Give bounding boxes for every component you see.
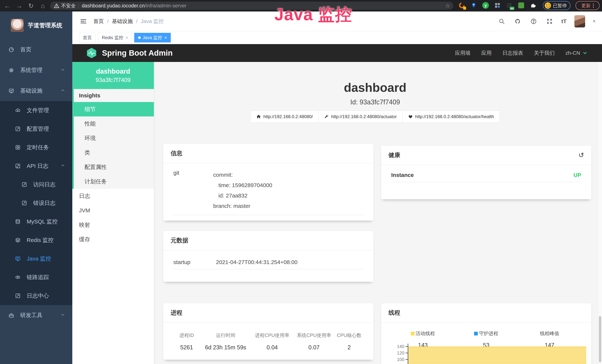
instance-header[interactable]: dashboard 93a3fc7f7409 (72, 62, 154, 89)
sba-menu-details[interactable]: 细节 (74, 102, 154, 117)
fullscreen-icon[interactable] (546, 17, 554, 25)
sba-menu-classes[interactable]: 类 (74, 145, 154, 160)
val-uptime: 6d 23h 15m 59s (200, 344, 251, 351)
tag-java-monitor[interactable]: Java 监控 × (134, 33, 171, 43)
health-url-button[interactable]: http://192.168.0.2:48080/actuator/health (402, 110, 500, 123)
scrollbar-thumb[interactable] (599, 316, 601, 362)
edit-icon (15, 126, 21, 132)
sba-menu-scheduled-tasks[interactable]: 计划任务 (74, 174, 154, 189)
sba-menu-metrics[interactable]: 性能 (74, 117, 154, 131)
extension-icon-list-on[interactable]: on (505, 1, 513, 9)
sidebar-item-log-center[interactable]: 日志中心 (0, 287, 72, 305)
val-process-cpu: 0.04 (251, 344, 293, 351)
sba-menu-environment[interactable]: 环境 (74, 131, 154, 145)
close-icon[interactable]: × (126, 35, 128, 40)
process-card: 进程 进程ID5261 运行时间6d 23h 15m 59s 进程CPU使用率0… (163, 303, 374, 360)
sidebar-item-home[interactable]: 首页 (0, 39, 72, 60)
sba-menu-jvm[interactable]: JVM (72, 203, 154, 218)
tag-home[interactable]: 首页 (79, 33, 96, 43)
breadcrumb-home[interactable]: 首页 (93, 18, 104, 25)
on-badge: on (510, 7, 514, 10)
extension-icon-y[interactable]: y (482, 1, 489, 9)
extensions-row: y on (458, 1, 537, 9)
layers-icon (15, 237, 21, 243)
legend-peak-threads: 线程峰值 (540, 330, 559, 337)
browser-home-button[interactable]: ⌂ (38, 1, 47, 11)
col-system-cpu: 系统CPU使用率 (293, 332, 335, 339)
sidebar-item-infra[interactable]: 基础设施 (0, 80, 72, 101)
sidebar-item-api-log[interactable]: API 日志 (0, 157, 72, 175)
legend-daemon-threads: 守护进程 (474, 330, 498, 337)
bookmark-star-icon[interactable]: ☆ (445, 2, 450, 9)
status-badge: UP (573, 172, 581, 178)
page-scrollbar[interactable] (598, 62, 602, 364)
kebab-menu-icon (593, 3, 594, 8)
extension-icon-green[interactable] (517, 1, 525, 9)
browser-forward-button[interactable]: → (14, 1, 24, 11)
close-icon[interactable]: × (164, 35, 167, 40)
sidebar-item-file-manage[interactable]: 文件管理 (0, 101, 72, 120)
val-pid: 5261 (173, 344, 200, 351)
security-chip[interactable]: 不安全 (54, 3, 76, 9)
sba-brand[interactable]: Spring Boot Admin (86, 47, 172, 59)
legend-live-threads: 活动线程 (411, 330, 435, 337)
sba-menu-config-props[interactable]: 配置属性 (74, 160, 154, 174)
sba-nav-journal[interactable]: 日志报表 (502, 50, 523, 57)
sba-menu-logs[interactable]: 日志 (72, 189, 154, 203)
paused-label: 已暂停 (553, 3, 567, 9)
metadata-startup-value: 2021-04-27T00:44:31.254+08:00 (216, 259, 363, 265)
extension-icon-pin[interactable] (470, 1, 478, 9)
breadcrumb-infra[interactable]: 基础设施 (112, 18, 133, 25)
cloud-upload-icon (15, 107, 21, 113)
sidebar-item-java-monitor[interactable]: Java 监控 (0, 249, 72, 268)
address-bar[interactable]: 不安全 dashboard.yudao.iocoder.cn/infra/adm… (50, 2, 453, 10)
extension-icon-grid[interactable] (494, 1, 501, 9)
divider (173, 269, 363, 269)
sba-navbar: Spring Boot Admin 应用墙 应用 日志报表 关于我们 zh-CN (72, 44, 602, 62)
y-tick-140: 140 (397, 344, 404, 349)
app-logo (11, 19, 24, 32)
metadata-startup-row: startup 2021-04-27T00:44:31.254+08:00 (173, 259, 363, 265)
app-logo-row[interactable]: 芋道管理系统 (0, 11, 72, 39)
hamburger-icon[interactable] (79, 18, 87, 25)
search-icon[interactable] (498, 17, 506, 25)
user-avatar[interactable] (574, 15, 585, 27)
annotation-text: Java 监控 (274, 3, 352, 26)
browser-reload-button[interactable]: ↻ (26, 1, 36, 11)
browser-update-menu-button[interactable]: 更新 (575, 1, 600, 10)
sidebar-item-trace[interactable]: 链路追踪 (0, 268, 72, 287)
home-url-button[interactable]: http://192.168.0.2:48080/ (250, 110, 319, 123)
user-menu-caret-icon[interactable]: ▾ (593, 18, 595, 24)
sba-nav-wallboard[interactable]: 应用墙 (455, 50, 471, 57)
sba-nav-about[interactable]: 关于我们 (534, 50, 555, 57)
home-icon (256, 114, 261, 119)
actuator-url-button[interactable]: http://192.168.0.2:48080/actuator (319, 110, 402, 123)
page-title: dashboard (154, 80, 596, 95)
browser-back-button[interactable]: ← (3, 1, 12, 11)
threads-card-title: 线程 (388, 309, 400, 317)
font-size-icon[interactable]: tT (561, 18, 567, 24)
profile-paused-chip[interactable]: 已暂停 (543, 1, 570, 10)
sidebar-item-error-log[interactable]: 错误日志 (0, 194, 72, 212)
help-icon[interactable] (529, 17, 538, 25)
history-icon[interactable]: ↺ (579, 151, 584, 159)
sba-language-select[interactable]: zh-CN (566, 50, 588, 56)
sidebar-item-mysql-monitor[interactable]: MySQL 监控 (0, 212, 72, 231)
sidebar-item-dev-tools[interactable]: 研发工具 (0, 305, 72, 326)
sidebar-item-access-log[interactable]: 访问日志 (0, 175, 72, 194)
sidebar-item-system[interactable]: 系统管理 (0, 60, 72, 80)
extension-icon-puzzle[interactable] (529, 1, 537, 9)
info-card: 信息 git commit: time: 1596289704000 id: 2… (163, 144, 374, 221)
sba-menu-caches[interactable]: 缓存 (72, 232, 154, 247)
info-card-title: 信息 (171, 149, 183, 157)
sidebar-item-config-manage[interactable]: 配置管理 (0, 120, 72, 138)
sba-menu-mappings[interactable]: 映射 (72, 218, 154, 232)
health-instance-row: Instance UP (391, 167, 581, 178)
warning-icon (54, 3, 59, 9)
tag-redis-monitor[interactable]: Redis 监控 × (98, 33, 132, 43)
sba-nav-applications[interactable]: 应用 (481, 50, 492, 57)
sidebar-item-redis-monitor[interactable]: Redis 监控 (0, 231, 72, 249)
sidebar-item-scheduled-job[interactable]: 定时任务 (0, 138, 72, 157)
github-icon[interactable] (514, 17, 522, 25)
extension-icon-orange[interactable] (458, 1, 466, 9)
